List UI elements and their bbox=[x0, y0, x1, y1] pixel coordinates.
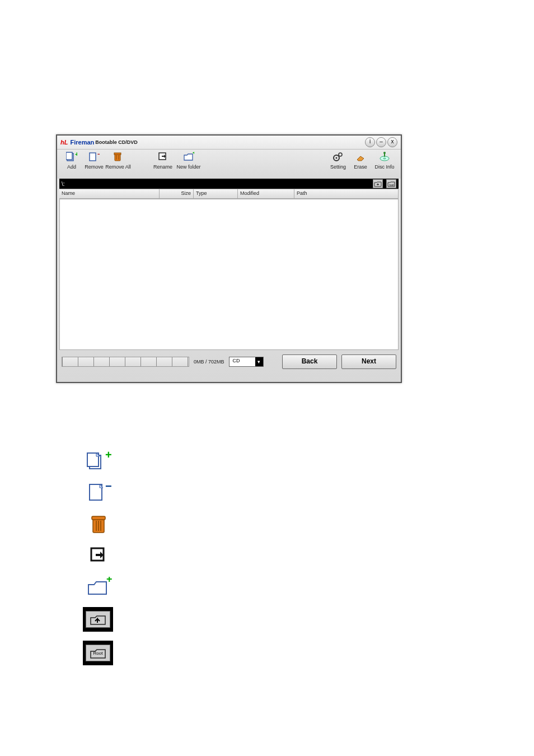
svg-point-12 bbox=[336, 157, 338, 159]
gear-icon bbox=[332, 152, 344, 162]
svg-point-16 bbox=[383, 158, 386, 159]
titlebar: hL Fireman Bootable CD/DVD i – x bbox=[57, 136, 401, 150]
back-button[interactable]: Back bbox=[282, 354, 337, 369]
col-size[interactable]: Size bbox=[160, 189, 194, 198]
new-folder-icon: + bbox=[83, 576, 116, 598]
new-folder-button[interactable]: + New folder bbox=[176, 152, 202, 170]
capacity-label: 0MB / 702MB bbox=[194, 359, 224, 365]
folder-up-tile bbox=[83, 607, 113, 632]
setting-button[interactable]: Setting bbox=[327, 152, 349, 170]
rename-label: Rename bbox=[153, 164, 172, 170]
svg-text:+: + bbox=[75, 152, 77, 157]
svg-marker-14 bbox=[357, 156, 364, 161]
add-file-icon: + bbox=[66, 152, 77, 162]
document-page: hL Fireman Bootable CD/DVD i – x + Add bbox=[0, 0, 534, 756]
trash-icon bbox=[83, 513, 116, 535]
remove-label: Remove bbox=[85, 164, 104, 170]
col-type[interactable]: Type bbox=[194, 189, 238, 198]
remove-all-label: Remove All bbox=[105, 164, 131, 170]
path-root: \: bbox=[62, 181, 69, 187]
svg-point-13 bbox=[339, 153, 342, 156]
folder-up-icon bbox=[86, 611, 110, 628]
svg-text:+: + bbox=[105, 451, 112, 461]
svg-point-18 bbox=[383, 152, 386, 154]
add-file-icon: + bbox=[83, 450, 116, 473]
app-window: hL Fireman Bootable CD/DVD i – x + Add bbox=[56, 134, 402, 383]
svg-text:+: + bbox=[106, 577, 113, 585]
capacity-gauge bbox=[62, 357, 189, 367]
bottom-bar: 0MB / 702MB CD ▾ Back Next bbox=[57, 350, 401, 374]
media-select-value: CD bbox=[229, 357, 255, 366]
disc-info-button[interactable]: Disc Info bbox=[372, 152, 397, 170]
svg-text:+: + bbox=[193, 152, 194, 156]
folder-root-icon: Root bbox=[86, 645, 110, 661]
new-folder-label: New folder bbox=[176, 164, 200, 170]
rename-button[interactable]: Rename bbox=[150, 152, 176, 170]
add-label: Add bbox=[67, 164, 76, 170]
erase-button[interactable]: Erase bbox=[349, 152, 372, 170]
chevron-down-icon: ▾ bbox=[255, 357, 263, 366]
add-button[interactable]: + Add bbox=[60, 152, 83, 170]
svg-rect-5 bbox=[115, 154, 120, 161]
rename-icon bbox=[157, 152, 168, 162]
svg-rect-1 bbox=[66, 152, 72, 160]
column-headers: Name Size Type Modified Path bbox=[59, 189, 399, 199]
disc-info-label: Disc Info bbox=[374, 164, 394, 170]
erase-label: Erase bbox=[354, 164, 367, 170]
folder-root-icon[interactable]: root bbox=[386, 179, 396, 188]
remove-button[interactable]: − Remove bbox=[83, 152, 105, 170]
minimize-button[interactable]: – bbox=[376, 137, 386, 147]
rename-icon bbox=[83, 544, 116, 567]
app-brand: Fireman bbox=[70, 139, 94, 146]
folder-up-icon[interactable] bbox=[373, 179, 383, 188]
file-list[interactable] bbox=[59, 199, 399, 350]
next-button[interactable]: Next bbox=[341, 354, 396, 369]
col-path[interactable]: Path bbox=[294, 189, 399, 198]
svg-text:root: root bbox=[389, 183, 394, 186]
col-name[interactable]: Name bbox=[59, 189, 160, 198]
new-folder-icon: + bbox=[183, 152, 194, 162]
root-label: Root bbox=[93, 651, 103, 656]
app-logo: hL bbox=[60, 139, 68, 146]
icon-legend: + − + Root bbox=[83, 450, 116, 665]
setting-label: Setting bbox=[330, 164, 346, 170]
trash-icon bbox=[113, 152, 124, 162]
svg-rect-26 bbox=[92, 516, 105, 520]
remove-all-button[interactable]: Remove All bbox=[105, 152, 131, 170]
eraser-icon bbox=[355, 152, 366, 162]
disc-info-icon bbox=[379, 152, 390, 162]
col-modified[interactable]: Modified bbox=[238, 189, 294, 198]
media-select[interactable]: CD ▾ bbox=[229, 357, 264, 367]
remove-file-icon: − bbox=[83, 482, 116, 504]
toolbar: + Add − Remove Remove All bbox=[57, 150, 401, 179]
close-button[interactable]: x bbox=[387, 137, 397, 147]
window-buttons: i – x bbox=[365, 137, 397, 147]
svg-text:−: − bbox=[105, 482, 112, 492]
folder-root-tile: Root bbox=[83, 641, 113, 665]
app-subtitle: Bootable CD/DVD bbox=[95, 139, 138, 145]
svg-rect-6 bbox=[114, 153, 121, 155]
path-bar: \: root bbox=[59, 179, 399, 189]
svg-text:−: − bbox=[97, 152, 100, 157]
remove-file-icon: − bbox=[88, 152, 100, 162]
info-button[interactable]: i bbox=[365, 137, 375, 147]
svg-rect-3 bbox=[90, 153, 96, 161]
